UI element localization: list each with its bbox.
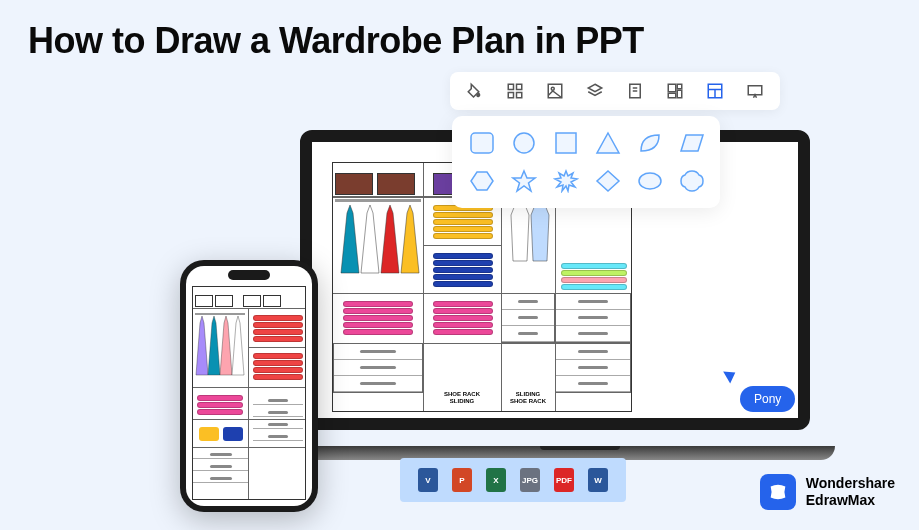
edrawmax-logo-icon: [760, 474, 796, 510]
export-formats-bar: [400, 458, 626, 502]
shape-leaf[interactable]: [636, 130, 664, 156]
svg-point-20: [639, 173, 661, 189]
toolbar: [450, 72, 780, 110]
folded-clothes-pastel: [561, 263, 627, 290]
storage-box: [377, 173, 415, 195]
shoe-rack-label: SHOE RACK SLIDING: [425, 391, 499, 404]
dress-red: [379, 203, 401, 275]
shirt-blue: [529, 203, 551, 263]
cursor-label: Pony: [740, 386, 795, 412]
svg-point-18: [514, 133, 534, 153]
brand-logo-block: Wondershare EdrawMax: [760, 474, 895, 510]
collaborator-cursor: Pony: [726, 368, 795, 412]
shape-hexagon[interactable]: [468, 168, 496, 194]
page-icon[interactable]: [626, 82, 644, 100]
folded-clothes-blue: [433, 253, 493, 287]
image-icon[interactable]: [546, 82, 564, 100]
storage-box: [335, 173, 373, 195]
phone-screen: [186, 266, 312, 506]
shape-rounded-square[interactable]: [468, 130, 496, 156]
svg-rect-0: [508, 84, 513, 89]
drawer-unit: [555, 343, 631, 393]
phone-mockup: [180, 260, 318, 512]
page-title: How to Draw a Wardrobe Plan in PPT: [28, 20, 644, 62]
brand-line2: EdrawMax: [806, 492, 895, 509]
svg-rect-2: [508, 93, 513, 98]
export-jpg-icon[interactable]: [520, 468, 540, 492]
folded-clothes-pink: [433, 301, 493, 335]
shape-burst[interactable]: [552, 168, 580, 194]
svg-rect-19: [556, 133, 576, 153]
dress-white: [359, 203, 381, 275]
export-powerpoint-icon[interactable]: [452, 468, 472, 492]
folded-clothes-pink: [343, 301, 413, 335]
svg-rect-1: [517, 84, 522, 89]
export-visio-icon[interactable]: [418, 468, 438, 492]
phone-notch: [228, 270, 270, 280]
shape-square[interactable]: [552, 130, 580, 156]
layers-icon[interactable]: [586, 82, 604, 100]
shape-triangle[interactable]: [594, 130, 622, 156]
drawer-unit: [555, 293, 631, 343]
sliding-label: SLIDING SHOE RACK: [503, 391, 553, 404]
shirt-white: [509, 203, 531, 263]
shape-badge[interactable]: [678, 168, 706, 194]
layout-icon[interactable]: [666, 82, 684, 100]
svg-rect-3: [517, 93, 522, 98]
shape-circle[interactable]: [510, 130, 538, 156]
dress-yellow: [399, 203, 421, 275]
brand-text: Wondershare EdrawMax: [806, 475, 895, 509]
fill-icon[interactable]: [466, 82, 484, 100]
grid-icon[interactable]: [506, 82, 524, 100]
laptop-notch: [540, 446, 620, 450]
shape-palette: [452, 116, 720, 208]
drawer-unit: [333, 343, 423, 393]
svg-rect-12: [668, 93, 676, 98]
svg-rect-17: [471, 133, 493, 153]
cursor-arrow-icon: [723, 366, 739, 383]
shape-ellipse[interactable]: [636, 168, 664, 194]
svg-rect-11: [677, 90, 682, 98]
folded-clothes-yellow: [433, 205, 493, 239]
panel-icon[interactable]: [706, 82, 724, 100]
svg-rect-9: [668, 84, 676, 92]
shape-diamond[interactable]: [594, 168, 622, 194]
export-excel-icon[interactable]: [486, 468, 506, 492]
present-icon[interactable]: [746, 82, 764, 100]
phone-wardrobe-diagram: [192, 286, 306, 500]
shape-star[interactable]: [510, 168, 538, 194]
svg-point-5: [551, 87, 554, 90]
shape-parallelogram[interactable]: [678, 130, 706, 156]
export-pdf-icon[interactable]: [554, 468, 574, 492]
dress-teal: [339, 203, 361, 275]
export-word-icon[interactable]: [588, 468, 608, 492]
brand-line1: Wondershare: [806, 475, 895, 492]
drawer-unit: [501, 293, 555, 343]
svg-rect-10: [677, 84, 682, 89]
